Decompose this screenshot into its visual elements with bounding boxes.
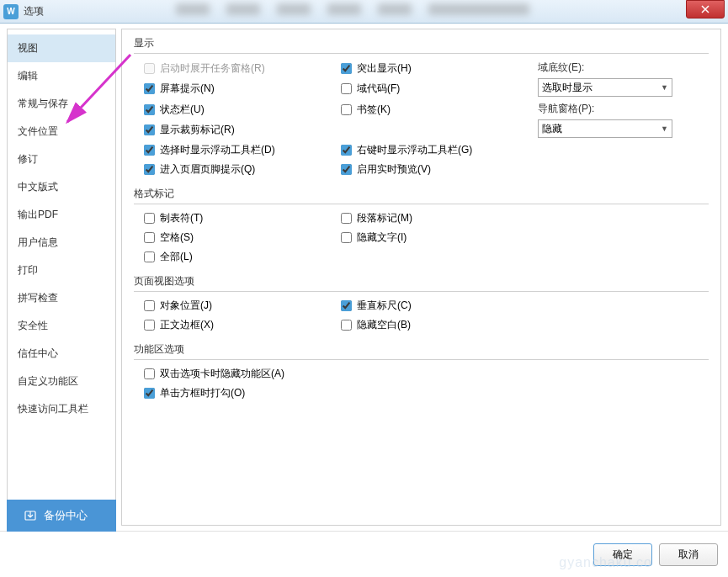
checkbox-bookmarks[interactable]: 书签(K) — [341, 102, 534, 118]
checkbox-floating-toolbar-right[interactable]: 右键时显示浮动工具栏(G) — [341, 143, 534, 157]
divider — [134, 204, 709, 204]
checkbox-paragraph-marks[interactable]: 段落标记(M) — [341, 211, 709, 225]
checkbox-input[interactable] — [144, 104, 155, 115]
sidebar-item-9[interactable]: 拼写检查 — [8, 284, 115, 312]
divider — [134, 291, 709, 292]
checkbox-input — [144, 63, 155, 74]
sidebar-item-6[interactable]: 输出PDF — [8, 201, 115, 229]
checkbox-label: 隐藏空白(B) — [357, 318, 411, 332]
sidebar-item-2[interactable]: 常规与保存 — [8, 90, 115, 118]
close-button[interactable] — [686, 0, 725, 19]
dropdown-field-shading-group: 域底纹(E): 选取时显示 ▼ — [538, 61, 709, 97]
checkbox-label: 启动时展开任务窗格(R) — [160, 61, 265, 76]
checkbox-single-click-check[interactable]: 单击方框时打勾(O) — [144, 386, 709, 400]
checkbox-input[interactable] — [144, 388, 155, 399]
checkbox-input[interactable] — [341, 320, 352, 331]
checkbox-label: 状态栏(U) — [160, 103, 205, 117]
backup-icon — [24, 509, 37, 522]
checkbox-screen-tips[interactable]: 屏幕提示(N) — [144, 82, 337, 98]
divider — [134, 53, 709, 54]
checkbox-input[interactable] — [341, 104, 352, 115]
checkbox-input[interactable] — [341, 213, 352, 224]
footer: 备份中心 确定 取消 — [0, 531, 728, 577]
checkbox-input[interactable] — [341, 83, 352, 94]
checkbox-input[interactable] — [144, 232, 155, 243]
sidebar-item-3[interactable]: 文件位置 — [8, 118, 115, 146]
checkbox-label: 段落标记(M) — [357, 211, 412, 225]
checkbox-input[interactable] — [144, 368, 155, 379]
app-icon: W — [3, 4, 19, 19]
checkbox-header-footer-tip[interactable]: 进入页眉页脚提示(Q) — [144, 162, 337, 177]
titlebar: W 选项 — [0, 0, 728, 24]
checkbox-hidden-text[interactable]: 隐藏文字(I) — [341, 230, 709, 245]
checkbox-dbl-click-hide[interactable]: 双击选项卡时隐藏功能区(A) — [144, 367, 709, 381]
checkbox-input[interactable] — [341, 300, 352, 311]
backup-label: 备份中心 — [44, 508, 88, 523]
checkbox-field-codes[interactable]: 域代码(F) — [341, 82, 534, 98]
sidebar-item-8[interactable]: 打印 — [8, 257, 115, 284]
ok-button[interactable]: 确定 — [593, 543, 652, 566]
checkbox-tabs[interactable]: 制表符(T) — [144, 211, 337, 225]
checkbox-label: 域代码(F) — [357, 82, 400, 96]
sidebar-item-10[interactable]: 安全性 — [8, 312, 115, 340]
checkbox-input[interactable] — [144, 124, 155, 135]
checkbox-input[interactable] — [144, 83, 155, 94]
sidebar-item-4[interactable]: 修订 — [8, 146, 115, 173]
section-title-format-marks: 格式标记 — [134, 187, 709, 201]
sidebar-item-5[interactable]: 中文版式 — [8, 173, 115, 201]
checkbox-hide-whitespace[interactable]: 隐藏空白(B) — [341, 318, 709, 332]
checkbox-input[interactable] — [144, 320, 155, 331]
checkbox-floating-toolbar-select[interactable]: 选择时显示浮动工具栏(D) — [144, 143, 337, 157]
close-icon — [701, 5, 709, 13]
checkbox-text-boundaries[interactable]: 正文边框(X) — [144, 318, 337, 332]
checkbox-input[interactable] — [341, 164, 352, 175]
format-marks-grid: 制表符(T) 段落标记(M) 空格(S) 隐藏文字(I) 全部(L) — [134, 211, 709, 264]
checkbox-startup-taskpane: 启动时展开任务窗格(R) — [144, 61, 337, 77]
dropdown-nav-pane[interactable]: 隐藏 ▼ — [538, 119, 672, 138]
sidebar-item-1[interactable]: 编辑 — [8, 62, 115, 90]
dropdown-value: 选取时显示 — [542, 81, 592, 95]
content-area: 显示 启动时展开任务窗格(R) 突出显示(H) 域底纹(E): 选取时显示 ▼ — [116, 24, 728, 531]
checkbox-realtime-preview[interactable]: 启用实时预览(V) — [341, 162, 534, 177]
blur-background — [173, 0, 678, 22]
checkbox-crop-marks[interactable]: 显示裁剪标记(R) — [144, 123, 337, 139]
chevron-down-icon: ▼ — [661, 83, 668, 92]
checkbox-input[interactable] — [341, 63, 352, 74]
checkbox-vertical-ruler[interactable]: 垂直标尺(C) — [341, 299, 709, 313]
checkbox-label: 选择时显示浮动工具栏(D) — [160, 143, 275, 157]
dropdown-label: 域底纹(E): — [538, 61, 709, 75]
checkbox-input[interactable] — [144, 251, 155, 262]
checkbox-input[interactable] — [144, 213, 155, 224]
checkbox-label: 制表符(T) — [160, 211, 203, 225]
checkbox-label: 屏幕提示(N) — [160, 82, 215, 96]
checkbox-object-position[interactable]: 对象位置(J) — [144, 299, 337, 313]
cancel-button[interactable]: 取消 — [659, 543, 718, 566]
checkbox-input[interactable] — [341, 145, 352, 156]
display-grid: 启动时展开任务窗格(R) 突出显示(H) 域底纹(E): 选取时显示 ▼ 屏幕提… — [134, 61, 709, 177]
checkbox-label: 正文边框(X) — [160, 318, 214, 332]
page-view-grid: 对象位置(J) 垂直标尺(C) 正文边框(X) 隐藏空白(B) — [134, 299, 709, 332]
section-title-display: 显示 — [134, 36, 709, 50]
checkbox-all[interactable]: 全部(L) — [144, 250, 337, 264]
checkbox-label: 空格(S) — [160, 230, 194, 245]
checkbox-spaces[interactable]: 空格(S) — [144, 230, 337, 245]
checkbox-input[interactable] — [144, 300, 155, 311]
sidebar-item-13[interactable]: 快速访问工具栏 — [8, 395, 115, 423]
dropdown-label: 导航窗格(P): — [538, 102, 709, 116]
checkbox-label: 单击方框时打勾(O) — [160, 386, 245, 400]
checkbox-input[interactable] — [144, 164, 155, 175]
sidebar-item-11[interactable]: 信任中心 — [8, 340, 115, 368]
checkbox-status-bar[interactable]: 状态栏(U) — [144, 102, 337, 118]
sidebar-item-0[interactable]: 视图 — [8, 34, 115, 62]
checkbox-label: 书签(K) — [357, 103, 391, 117]
checkbox-input[interactable] — [144, 145, 155, 156]
checkbox-label: 显示裁剪标记(R) — [160, 123, 235, 137]
checkbox-input[interactable] — [341, 232, 352, 243]
backup-center-button[interactable]: 备份中心 — [7, 500, 116, 532]
sidebar-item-7[interactable]: 用户信息 — [8, 229, 115, 257]
sidebar-item-12[interactable]: 自定义功能区 — [8, 368, 115, 395]
checkbox-highlight[interactable]: 突出显示(H) — [341, 61, 534, 77]
divider — [134, 359, 709, 360]
sidebar: 视图编辑常规与保存文件位置修订中文版式输出PDF用户信息打印拼写检查安全性信任中… — [7, 29, 116, 526]
dropdown-field-shading[interactable]: 选取时显示 ▼ — [538, 78, 672, 97]
